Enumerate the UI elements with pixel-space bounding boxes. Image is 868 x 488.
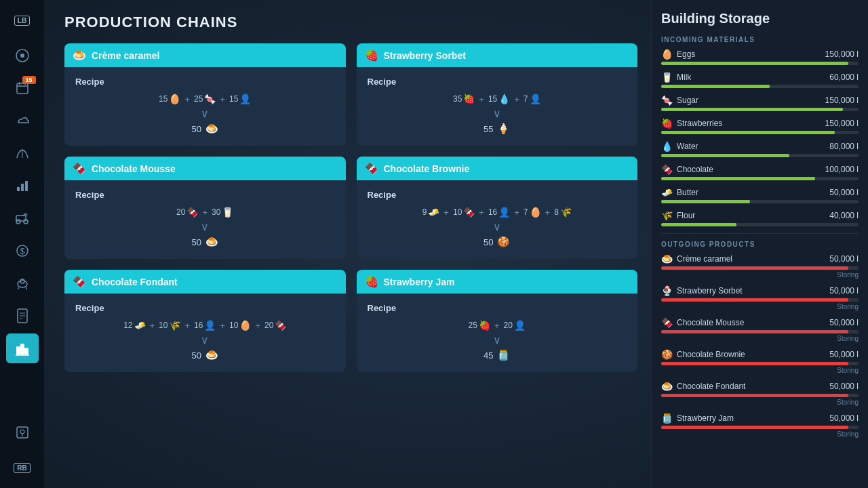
ingredient: 30 🥛	[212, 207, 233, 218]
storage-item-label: Strawberry Sorbet	[677, 286, 743, 296]
storage-bar-fill	[661, 85, 770, 88]
storage-item-icon: 🫙	[661, 413, 673, 424]
sidebar-btn-lb[interactable]: LB	[6, 5, 39, 35]
sidebar-item-calendar[interactable]	[6, 73, 39, 103]
storage-item-row: 💧 Water 80,000 l	[661, 141, 859, 152]
ingredient: 15 🥚	[159, 94, 180, 104]
ingredient: 10 🌾	[159, 320, 180, 331]
storage-item-label: Chocolate	[677, 165, 713, 174]
chain-header-icon: 🍮	[73, 49, 86, 62]
ingredient: 7 👤	[524, 94, 541, 104]
sidebar-item-weather[interactable]	[6, 106, 39, 136]
ingredient: 8 🌾	[554, 207, 572, 218]
storage-bar-track	[661, 426, 859, 429]
outgoing-item-strawberry-jam: 🫙 Strawberry Jam 50,000 l Storing	[661, 413, 859, 438]
storage-item-icon: 🍨	[661, 285, 673, 296]
sidebar-item-vehicles[interactable]	[6, 203, 39, 233]
storage-item-value: 80,000 l	[829, 142, 859, 151]
recipe-ingredients: 15 🥚 + 25 🍬 + 15 👤	[75, 94, 335, 104]
storage-item-value: 40,000 l	[829, 211, 859, 220]
storage-item-row: 🥚 Eggs 150,000 l	[661, 49, 859, 60]
storage-item-name: 💧 Water	[661, 141, 698, 152]
sidebar-item-production[interactable]	[6, 333, 39, 363]
sidebar-item-farming[interactable]	[6, 138, 39, 168]
storage-item-name: 🍫 Chocolate Mousse	[661, 317, 744, 328]
chain-body: Recipe 9 🧈 + 10 🍫 + 16 👤 + 7 🥚 +	[357, 180, 638, 259]
storage-item-name: 🍫 Chocolate	[661, 164, 713, 175]
storage-bar-fill	[661, 266, 848, 270]
storage-item-value: 60,000 l	[829, 73, 859, 82]
storage-bar-fill	[661, 154, 789, 157]
chain-header: 🍓 Strawberry Jam	[357, 270, 638, 293]
svg-text:$: $	[20, 247, 24, 256]
storage-item-icon: 🍫	[661, 164, 673, 175]
storage-substatus: Storing	[661, 367, 859, 374]
storage-item-value: 150,000 l	[825, 96, 859, 105]
storage-item-icon: 🍬	[661, 95, 673, 106]
incoming-item-milk: 🥛 Milk 60,000 l	[661, 72, 859, 88]
chain-header: 🍫 Chocolate Mousse	[64, 157, 346, 180]
chain-card-creme-caramel: 🍮 Crème caramel Recipe 15 🥚 + 25 🍬 + 15 …	[64, 43, 346, 146]
storage-bar-fill	[661, 62, 848, 65]
sidebar-item-map[interactable]	[6, 418, 39, 447]
storage-item-value: 150,000 l	[825, 119, 859, 128]
svg-point-28	[20, 430, 24, 434]
outgoing-item-crème-caramel: 🍮 Crème caramel 50,000 l Storing	[661, 253, 859, 279]
storage-substatus: Storing	[661, 271, 859, 279]
ingredient: 20 👤	[504, 320, 526, 331]
outgoing-list: 🍮 Crème caramel 50,000 l Storing 🍨 Straw…	[661, 253, 859, 438]
incoming-item-water: 💧 Water 80,000 l	[661, 141, 859, 157]
incoming-item-eggs: 🥚 Eggs 150,000 l	[661, 49, 859, 65]
chain-header-icon: 🍓	[365, 49, 378, 62]
chain-header-icon: 🍫	[365, 162, 378, 175]
chain-body: Recipe 35 🍓 + 15 💧 + 7 👤 ∨ 55🍦	[357, 67, 638, 146]
storage-bar-track	[661, 131, 859, 134]
storage-item-icon: 🍫	[661, 317, 673, 328]
incoming-item-chocolate: 🍫 Chocolate 100,000 l	[661, 164, 859, 180]
main-content: PRODUCTION CHAINS 🍮 Crème caramel Recipe…	[44, 0, 868, 488]
storage-bar-track	[661, 108, 859, 111]
storage-item-row: 🍓 Strawberries 150,000 l	[661, 118, 859, 129]
storage-bar-fill	[661, 362, 848, 365]
incoming-item-sugar: 🍬 Sugar 150,000 l	[661, 95, 859, 111]
incoming-list: 🥚 Eggs 150,000 l 🥛 Milk 60,000 l	[661, 49, 859, 226]
sidebar-item-animals[interactable]	[6, 268, 39, 298]
storage-item-value: 50,000 l	[829, 382, 859, 391]
storage-bar-fill	[661, 330, 848, 333]
chain-card-chocolate-mousse: 🍫 Chocolate Mousse Recipe 20 🍫 + 30 🥛 ∨ …	[64, 157, 346, 259]
sidebar-item-contracts[interactable]	[6, 301, 39, 331]
storage-item-label: Eggs	[677, 49, 695, 59]
recipe-output: 50🍪	[368, 236, 627, 248]
storage-item-row: 🥛 Milk 60,000 l	[661, 72, 859, 83]
chain-name: Chocolate Brownie	[384, 163, 470, 174]
chain-name: Crème caramel	[92, 50, 159, 61]
storage-bar-track	[661, 154, 859, 157]
sidebar-item-stats[interactable]	[6, 171, 39, 201]
storage-substatus: Storing	[661, 303, 859, 310]
storage-item-row: 🫙 Strawberry Jam 50,000 l	[661, 413, 859, 424]
ingredient: 20 🍫	[264, 320, 286, 331]
recipe-label: Recipe	[368, 190, 627, 200]
chain-header-icon: 🍫	[73, 275, 86, 288]
storage-item-label: Water	[677, 142, 698, 151]
recipe-arrow: ∨	[368, 107, 627, 120]
recipe-ingredients: 35 🍓 + 15 💧 + 7 👤	[368, 94, 627, 104]
sidebar-item-finance[interactable]: $	[6, 236, 39, 266]
storage-item-label: Chocolate Fondant	[677, 382, 745, 391]
storage-item-row: 🍮 Crème caramel 50,000 l	[661, 253, 859, 264]
storage-item-icon: 🥛	[661, 72, 673, 83]
storage-bar-fill	[661, 131, 835, 134]
storage-substatus: Storing	[661, 399, 859, 406]
recipe-arrow: ∨	[75, 220, 335, 233]
sidebar-item-overview[interactable]	[6, 41, 39, 70]
sidebar-btn-rb[interactable]: RB	[6, 453, 39, 483]
storage-item-name: 🍮 Crème caramel	[661, 253, 732, 264]
storage-bar-fill	[661, 177, 815, 180]
storage-item-name: 🍬 Sugar	[661, 95, 698, 106]
chain-name: Strawberry Sorbet	[384, 50, 466, 61]
recipe-ingredients: 12 🧈 + 10 🌾 + 16 👤 + 10 🥚 + 20 🍫	[75, 320, 335, 331]
svg-rect-9	[25, 181, 28, 191]
storage-bar-fill	[661, 108, 843, 111]
storage-item-icon: 🍮	[661, 381, 673, 392]
recipe-label: Recipe	[75, 190, 335, 200]
